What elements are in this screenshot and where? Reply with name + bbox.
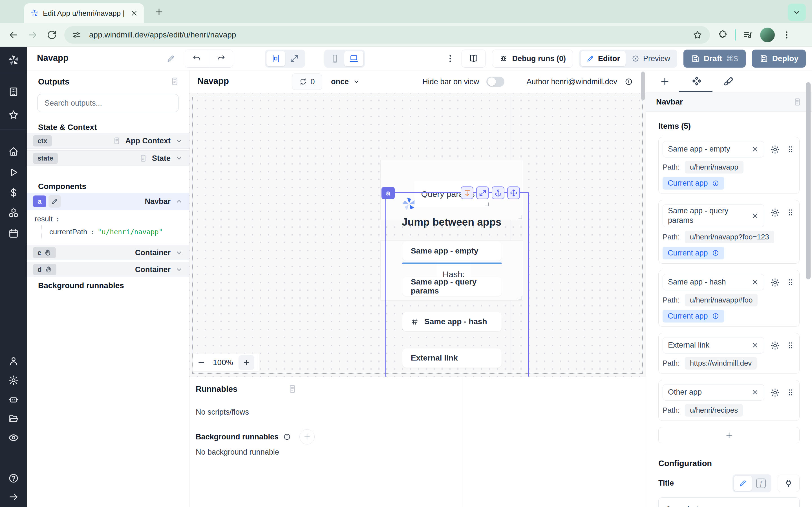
clear-icon[interactable] — [751, 145, 759, 153]
chevron-down-icon[interactable] — [175, 137, 183, 145]
workspace-icon[interactable] — [8, 86, 19, 98]
item-settings-icon[interactable] — [770, 341, 780, 351]
drag-handle-icon[interactable] — [786, 388, 795, 397]
item-path[interactable]: u/henri/navapp#foo — [685, 294, 758, 306]
item-settings-icon[interactable] — [770, 277, 780, 288]
runnables-doc-icon[interactable] — [288, 384, 297, 394]
item-path[interactable]: https://windmill.dev — [685, 357, 757, 370]
desktop-view-button[interactable] — [344, 51, 363, 66]
hide-bar-toggle[interactable] — [486, 76, 504, 87]
address-bar[interactable]: app.windmill.dev/apps/edit/u/henri/navap… — [64, 26, 710, 44]
canvas-scrollbar[interactable] — [641, 71, 645, 100]
drag-handle-icon[interactable] — [786, 208, 795, 217]
selected-component-navbar[interactable]: a Jump between apps Same app - empty — [386, 192, 529, 377]
component-settings-tab[interactable] — [691, 76, 702, 87]
docs-button[interactable] — [462, 50, 486, 68]
component-a-row[interactable]: a Navbar — [27, 193, 189, 210]
item-path[interactable]: u/henri/navapp?foo=123 — [685, 231, 774, 243]
title-input[interactable]: Jump between apps — [658, 497, 800, 507]
clear-icon[interactable] — [751, 212, 759, 220]
item-label-input[interactable]: Same app - empty — [663, 141, 764, 158]
forward-button[interactable] — [27, 29, 38, 41]
state-row[interactable]: state State — [27, 151, 189, 166]
item-settings-icon[interactable] — [770, 388, 780, 398]
nav-item-hash[interactable]: Same app - hash — [402, 312, 502, 331]
workers-icon[interactable] — [8, 394, 19, 405]
refresh-count-button[interactable]: 0 — [292, 73, 322, 90]
schedules-icon[interactable] — [8, 228, 19, 239]
resources-icon[interactable] — [8, 207, 19, 219]
nav-item-query-params[interactable]: Same app - query params — [402, 277, 502, 296]
centered-layout-button[interactable] — [266, 51, 285, 66]
new-tab-button[interactable] — [154, 7, 164, 17]
fullscreen-component-button[interactable] — [476, 186, 489, 199]
mobile-view-button[interactable] — [326, 51, 344, 66]
redo-button[interactable] — [209, 50, 233, 67]
nav-item-same-app-empty[interactable]: Same app - empty — [402, 241, 502, 261]
variables-icon[interactable] — [8, 187, 19, 198]
extensions-icon[interactable] — [717, 30, 728, 40]
users-icon[interactable] — [8, 355, 19, 367]
chevron-up-icon[interactable] — [175, 198, 183, 205]
info-icon[interactable] — [283, 433, 291, 441]
anchor-component-button[interactable] — [492, 186, 504, 199]
info-icon[interactable] — [712, 249, 719, 257]
drag-handle-icon[interactable] — [786, 145, 795, 154]
expand-down-button[interactable] — [461, 186, 473, 199]
fullscreen-layout-button[interactable] — [285, 51, 304, 66]
audit-logs-icon[interactable] — [8, 432, 19, 443]
drag-handle-icon[interactable] — [786, 277, 795, 287]
item-label-input[interactable]: Same app - hash — [663, 274, 764, 290]
panel-doc-icon[interactable] — [170, 76, 180, 86]
nav-item-external-link[interactable]: External link — [402, 348, 502, 368]
clear-icon[interactable] — [751, 388, 759, 396]
home-icon[interactable] — [8, 146, 19, 157]
preview-tab[interactable]: Preview — [626, 51, 676, 66]
move-component-button[interactable] — [507, 186, 520, 199]
app-canvas[interactable]: Query params {} Hash: a — [190, 93, 646, 377]
component-doc-icon[interactable] — [793, 98, 802, 107]
settings-scrollbar[interactable] — [806, 82, 811, 279]
bookmark-icon[interactable] — [693, 30, 703, 40]
zoom-out-button[interactable] — [197, 358, 206, 367]
browser-tab[interactable]: Edit App u/henri/navapp | Win — [24, 3, 144, 23]
rename-component-button[interactable] — [49, 195, 61, 208]
collapse-sidebar-icon[interactable] — [8, 491, 19, 503]
tab-search-button[interactable] — [788, 4, 806, 21]
chevron-down-icon[interactable] — [175, 266, 183, 274]
media-playlist-icon[interactable] — [743, 30, 753, 40]
debug-runs-button[interactable]: Debug runs (0) — [492, 50, 573, 68]
item-label-input[interactable]: Same app - query params — [663, 204, 764, 227]
runs-icon[interactable] — [8, 167, 19, 178]
info-icon[interactable] — [712, 313, 719, 320]
folders-icon[interactable] — [8, 413, 19, 424]
add-background-runnable-button[interactable] — [299, 429, 315, 445]
chevron-down-icon[interactable] — [175, 249, 183, 257]
result-key-row[interactable]: result : — [35, 215, 59, 223]
current-path-row[interactable]: currentPath : "u/henri/navapp" — [42, 225, 163, 239]
item-label-input[interactable]: Other app — [663, 384, 764, 400]
item-path[interactable]: u/henri/recipes — [685, 404, 743, 416]
edit-title-icon[interactable] — [166, 54, 175, 63]
info-icon[interactable] — [624, 77, 633, 86]
clear-icon[interactable] — [751, 341, 759, 349]
deploy-button[interactable]: Deploy — [752, 50, 806, 68]
draft-button[interactable]: Draft ⌘S — [683, 50, 746, 68]
component-e-row[interactable]: e Container — [27, 245, 189, 260]
browser-menu-icon[interactable] — [781, 30, 792, 40]
editor-tab[interactable]: Editor — [580, 51, 626, 66]
styling-tab[interactable] — [723, 76, 734, 87]
tab-close-icon[interactable] — [130, 9, 138, 17]
undo-button[interactable] — [185, 50, 209, 67]
help-icon[interactable] — [8, 473, 19, 484]
url-text[interactable]: app.windmill.dev/apps/edit/u/henri/navap… — [89, 31, 693, 40]
clear-icon[interactable] — [751, 278, 759, 286]
insert-component-tab[interactable] — [659, 76, 670, 87]
chevron-down-icon[interactable] — [175, 154, 183, 162]
add-item-button[interactable] — [658, 427, 800, 443]
item-settings-icon[interactable] — [770, 145, 780, 155]
component-d-row[interactable]: d Container — [27, 262, 189, 277]
reload-button[interactable] — [46, 29, 57, 41]
drag-handle-icon[interactable] — [786, 341, 795, 350]
favorites-icon[interactable] — [8, 109, 19, 121]
